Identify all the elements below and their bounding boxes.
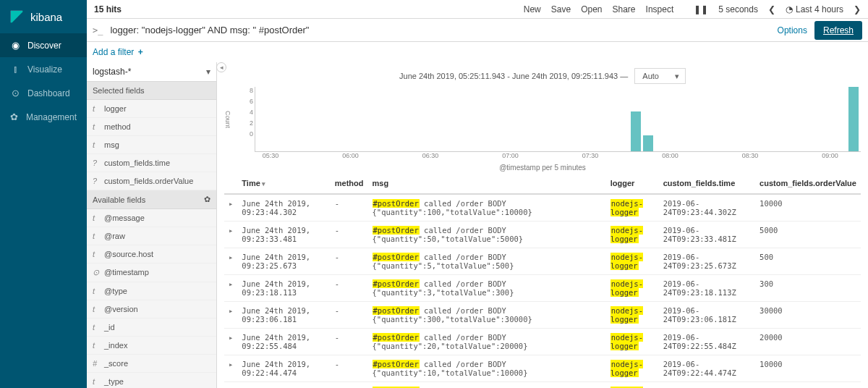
histogram-bar[interactable] (631, 111, 641, 151)
query-bar: >_ Options Refresh (87, 19, 868, 42)
field-type-icon: t (93, 377, 100, 386)
table-row: ▸June 24th 2019, 09:23:25.673-#postOrder… (224, 248, 861, 275)
interval-picker[interactable]: Auto ▾ (634, 68, 686, 84)
query-input[interactable] (110, 25, 770, 35)
topbar-new[interactable]: New (524, 4, 541, 14)
cell-time: June 24th 2019, 09:22:44.474 (237, 355, 330, 382)
gear-icon[interactable]: ✿ (204, 195, 210, 204)
cell-time: June 24th 2019, 09:23:44.302 (237, 194, 330, 222)
selected-fields-header: Selected fields (87, 82, 216, 100)
collapse-panel-button[interactable]: ◂ (216, 62, 226, 72)
expand-row-icon[interactable]: ▸ (224, 194, 237, 222)
field-method[interactable]: tmethod (87, 118, 216, 136)
field-type-icon: t (93, 250, 100, 258)
field-_type[interactable]: t_type (87, 373, 216, 388)
cell-msg: #postOrder called /order BODY {"quantity… (368, 355, 606, 382)
field-_id[interactable]: t_id (87, 319, 216, 337)
nav-item-visualize[interactable]: ⫿Visualize (0, 57, 87, 81)
highlight: #postOrder (373, 226, 420, 235)
y-tick: 4 (250, 109, 253, 119)
pause-icon[interactable]: ❚❚ (694, 4, 708, 14)
table-row: ▸June 24th 2019, 09:22:44.474-#postOrder… (224, 355, 861, 382)
topbar-share[interactable]: Share (613, 4, 636, 14)
refresh-interval[interactable]: 5 seconds (718, 4, 758, 14)
cell-msg: #postOrder called /order BODY {"quantity… (368, 302, 606, 329)
table-row: ▸June 24th 2019, 09:23:06.181-#postOrder… (224, 302, 861, 329)
index-pattern-selector[interactable]: logstash-* ▾ (87, 62, 216, 82)
nav-item-discover[interactable]: ◉Discover (0, 33, 87, 57)
field--version[interactable]: t@version (87, 300, 216, 319)
field--timestamp[interactable]: ⊙@timestamp (87, 263, 216, 282)
nav-item-dashboard[interactable]: ⊙Dashboard (0, 81, 87, 105)
topbar-inspect[interactable]: Inspect (646, 4, 674, 14)
options-link[interactable]: Options (778, 25, 807, 35)
field-_score[interactable]: #_score (87, 355, 216, 373)
field-_index[interactable]: t_index (87, 337, 216, 355)
cell-msg: #postOrder called /order BODY {"quantity… (368, 382, 606, 389)
highlight: nodejs-logger (610, 199, 643, 216)
cell-cfv: 20000 (755, 329, 861, 355)
expand-row-icon[interactable]: ▸ (224, 222, 237, 248)
cell-method: - (331, 194, 368, 222)
highlight: nodejs-logger (610, 360, 643, 377)
x-tick: 09:00 (822, 152, 838, 159)
filter-bar: Add a filter + (87, 42, 868, 62)
field-type-icon: t (93, 232, 100, 240)
expand-row-icon[interactable]: ▸ (224, 329, 237, 355)
cell-method: - (331, 275, 368, 302)
field-type-icon: t (93, 341, 100, 350)
expand-row-icon[interactable]: ▸ (224, 275, 237, 302)
time-range[interactable]: ◔ Last 4 hours (786, 4, 843, 14)
column-custom-fields-time[interactable]: custom_fields.time (659, 173, 755, 194)
column-msg[interactable]: msg (368, 173, 606, 194)
nav-item-management[interactable]: ✿Management (0, 105, 87, 129)
cell-time: June 24th 2019, 09:23:06.181 (237, 302, 330, 329)
field--source-host[interactable]: t@source.host (87, 245, 216, 263)
field--message[interactable]: t@message (87, 209, 216, 227)
expand-row-icon[interactable]: ▸ (224, 302, 237, 329)
field-msg[interactable]: tmsg (87, 136, 216, 154)
histogram-plot[interactable] (255, 87, 861, 152)
nav-icon: ⊙ (10, 88, 20, 98)
results-table-wrap: Time▾methodmsgloggercustom_fields.timecu… (217, 173, 868, 388)
column-custom-fields-orderValue[interactable]: custom_fields.orderValue (755, 173, 861, 194)
column-logger[interactable]: logger (606, 173, 659, 194)
highlight: nodejs-logger (610, 226, 643, 243)
field-custom_fields-orderValue[interactable]: ?custom_fields.orderValue (87, 172, 216, 190)
topbar-save[interactable]: Save (551, 4, 571, 14)
y-tick: 0 (250, 130, 253, 141)
hit-count: 15 hits (94, 4, 122, 14)
field-logger[interactable]: tlogger (87, 100, 216, 118)
expand-row-icon[interactable]: ▸ (224, 355, 237, 382)
field--raw[interactable]: t@raw (87, 227, 216, 245)
field-type-icon: t (93, 214, 100, 222)
add-filter-link[interactable]: Add a filter + (93, 47, 143, 57)
chevron-right-icon[interactable]: ❯ (854, 4, 861, 14)
cell-cft: 2019-06-24T09:22:05.559Z (659, 382, 755, 389)
available-fields-header: Available fields ✿ (87, 190, 216, 209)
field-type-icon: ⊙ (93, 268, 100, 277)
field--type[interactable]: t@type (87, 282, 216, 300)
cell-method: - (331, 302, 368, 329)
plus-icon: + (138, 47, 143, 57)
caret-down-icon: ▾ (206, 67, 210, 77)
cell-logger: nodejs-logger (606, 275, 659, 302)
expand-row-icon[interactable]: ▸ (224, 382, 237, 389)
expand-row-icon[interactable]: ▸ (224, 248, 237, 275)
column-method[interactable]: method (331, 173, 368, 194)
table-row: ▸June 24th 2019, 09:23:44.302-#postOrder… (224, 194, 861, 222)
topbar-open[interactable]: Open (581, 4, 602, 14)
cell-time: June 24th 2019, 09:23:33.481 (237, 222, 330, 248)
column-Time[interactable]: Time▾ (237, 173, 330, 194)
x-axis: 05:3006:0006:3007:0007:3008:0008:3009:00 (246, 152, 861, 162)
cell-method: - (331, 355, 368, 382)
cell-logger: nodejs-logger (606, 302, 659, 329)
chevron-left-icon[interactable]: ❮ (768, 4, 775, 14)
results-table: Time▾methodmsgloggercustom_fields.timecu… (224, 173, 861, 388)
histogram-bar[interactable] (643, 135, 653, 151)
histogram-bar[interactable] (848, 87, 859, 151)
refresh-button[interactable]: Refresh (814, 21, 862, 40)
nav-icon: ✿ (10, 111, 19, 122)
field-custom_fields-time[interactable]: ?custom_fields.time (87, 154, 216, 172)
brand-logo[interactable]: kibana (0, 0, 87, 33)
